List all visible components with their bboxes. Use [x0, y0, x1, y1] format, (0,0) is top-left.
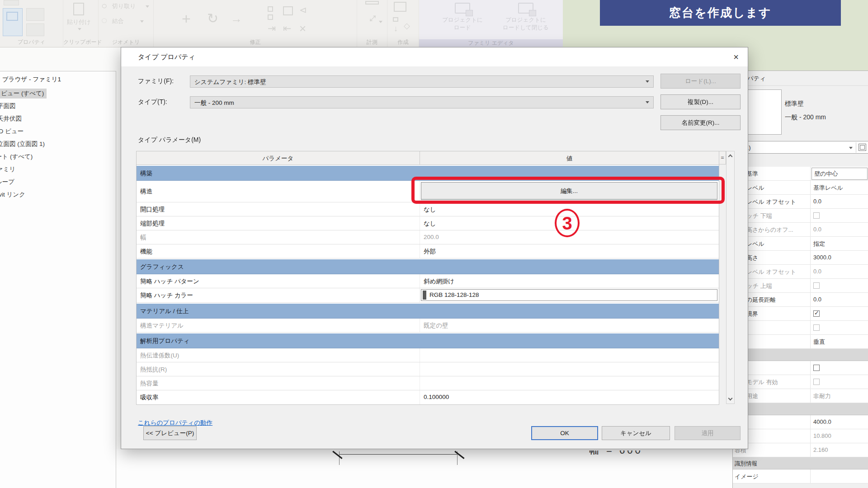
browser-item-3d-views[interactable]: 3D ビュー [0, 127, 24, 136]
section-header: 寸法 [733, 403, 868, 415]
join-label[interactable]: 結合 [112, 17, 124, 25]
cut-caret[interactable] [146, 5, 149, 8]
properties-grid-icon[interactable] [26, 8, 44, 21]
column-header-parameter: パラメータ [137, 151, 420, 164]
move-icon[interactable]: + [182, 11, 191, 26]
parameter-row: 端部処理なし [137, 216, 719, 230]
family-dropdown[interactable]: システムファミリ: 標準壁 [190, 75, 654, 88]
rename-button[interactable]: 名前変更(R)... [660, 115, 741, 130]
ok-button[interactable]: OK [531, 426, 598, 440]
type-label: タイプ(T): [138, 98, 167, 106]
properties-sheet-icon [6, 12, 18, 21]
browser-item-ceiling-plans[interactable]: 天井伏図 [0, 115, 22, 123]
pin-icon[interactable]: ⊲ [299, 5, 307, 14]
parameter-row: 熱伝達係数(U) [137, 348, 719, 362]
load-into-project-button[interactable]: プロジェクトに ロード [429, 2, 496, 37]
property-row: 上部の延長距離0.0 [733, 293, 868, 307]
table-scrollbar[interactable] [726, 151, 735, 404]
property-row: 断面垂直 [733, 335, 868, 349]
property-row: 基準高さからのオフ...0.0 [733, 223, 868, 237]
preview-button[interactable]: << プレビュー(P) [143, 426, 197, 440]
dialog-title: タイプ プロパティ [138, 53, 195, 61]
property-row: 基準レベル基準レベル [733, 181, 868, 195]
join-geometry-icon[interactable]: ◌ [101, 15, 107, 25]
property-row: 解析モデル 有効 [733, 375, 868, 389]
family-editor-tab-band: ファミリ エディタ [419, 39, 563, 47]
create-diamond-icon: ◇ [404, 22, 410, 30]
apply-button[interactable]: 適用 [675, 426, 741, 440]
browser-item-floor-plans[interactable]: 平面図 [0, 102, 16, 110]
table-header: パラメータ 値 [137, 151, 719, 165]
family-dropdown-value: システムファミリ: 標準壁 [194, 79, 266, 85]
dimension-tick-left [332, 451, 342, 459]
hatch-color-field[interactable]: RGB 128-128-128 [421, 289, 717, 301]
measure-icon[interactable]: ↔ [362, 7, 381, 26]
dimension-extension-left [339, 451, 340, 465]
checkbox-unchecked[interactable] [813, 365, 820, 371]
browser-item-views[interactable]: ビュー (すべて) [0, 89, 47, 99]
dimension-tick-right [454, 451, 464, 459]
scroll-down-icon[interactable] [728, 396, 733, 401]
checkbox-unchecked[interactable] [813, 379, 820, 385]
section-row-graphics: グラフィックス [137, 259, 719, 274]
load-and-close-icon [518, 3, 533, 14]
property-row: 容積2.160 [733, 443, 868, 457]
load-button[interactable]: ロード(L)... [660, 74, 741, 89]
divider [856, 142, 856, 153]
browser-item-revit-links[interactable]: Revit リンク [0, 191, 25, 199]
parameter-row: 吸収率0.100000 [137, 390, 719, 404]
rotate-icon[interactable]: ↻ [207, 12, 218, 25]
parameter-row: 簡略 ハッチ パターン斜め網掛け [137, 274, 719, 288]
paste-icon[interactable] [73, 3, 84, 15]
cut-label[interactable]: 切り取り [112, 2, 136, 10]
split-icon[interactable]: ⇤ [283, 23, 291, 33]
cancel-button[interactable]: キャンセル [602, 426, 670, 440]
browser-item-sheets[interactable]: シート (すべて) [0, 153, 33, 161]
close-icon[interactable]: × [728, 50, 744, 64]
duplicate-button[interactable]: 複製(D)... [660, 94, 741, 109]
dimension-label-clipped: 幅 = 600 [589, 450, 666, 455]
scroll-up-icon[interactable] [728, 155, 733, 159]
checkbox-checked[interactable] [813, 310, 820, 317]
ribbon-group-label: 修正 [154, 38, 357, 46]
property-row: 配置基準壁の中心 [733, 167, 868, 181]
section-header: 構造 [733, 349, 868, 361]
delete-icon[interactable]: × [299, 23, 306, 34]
color-swatch [423, 291, 426, 300]
browser-item-elevations[interactable]: 立面図 (立面図 1) [0, 140, 45, 148]
type-selector-dropdown[interactable]: 壁 (1) [733, 141, 868, 154]
join-caret[interactable] [140, 20, 144, 23]
properties-panel: プロパティ 標準壁 一般 - 200 mm 壁 (1) 配置基準壁の中心 基準レ… [732, 70, 868, 488]
ribbon-group-create: ◇ ↓ 作成 [387, 0, 419, 47]
align-icon[interactable]: → [231, 13, 242, 24]
ribbon-group-label: クリップボード [63, 38, 98, 46]
chevron-down-icon[interactable] [849, 147, 853, 149]
browser-item-families[interactable]: ファミリ [0, 165, 15, 174]
property-row: 上部レベル オフセット0.0 [733, 265, 868, 279]
ribbon-group-family-editor: プロジェクトに ロード プロジェクトに ロードして閉じる ファミリ エディタ [419, 0, 563, 47]
edit-type-icon[interactable] [859, 144, 866, 151]
property-row: 指定高さ3000.0 [733, 251, 868, 265]
properties-grid2-icon[interactable] [26, 23, 44, 36]
paste-label[interactable]: 貼り付け [67, 18, 91, 26]
browser-item-groups[interactable]: グループ [0, 178, 14, 186]
type-dropdown[interactable]: 一般 - 200 mm [190, 96, 654, 108]
create-group-icon[interactable] [394, 2, 406, 12]
trim-icon[interactable]: ⇥ [268, 23, 276, 33]
properties-grid: 配置基準壁の中心 基準レベル基準レベル 基準レベル オフセット0.0 アタッチ … [733, 167, 868, 483]
paste-dropdown-caret[interactable] [78, 28, 81, 30]
property-row: 長さ4000.0 [733, 415, 868, 429]
checkbox-unchecked[interactable] [813, 324, 820, 331]
dialog-titlebar[interactable]: タイプ プロパティ × [121, 47, 748, 66]
checkbox-unchecked[interactable] [813, 282, 820, 289]
load-into-project-and-close-button[interactable]: プロジェクトに ロードして閉じる [492, 2, 559, 37]
measure-caret[interactable] [379, 21, 382, 23]
array-icon[interactable] [268, 6, 273, 12]
ribbon: プロパティ 貼り付け クリップボード ○ 切り取り ◌ 結合 ジオメトリ + ↻… [0, 0, 563, 47]
checkbox-unchecked[interactable] [813, 212, 820, 219]
dimension-line: 幅 = 600 [339, 454, 458, 455]
highlight-red-box [411, 177, 725, 204]
cut-geometry-icon[interactable]: ○ [101, 1, 107, 11]
scale-icon[interactable] [283, 6, 293, 15]
browser-panel-title: ブラウザ - ファミリ1 [2, 75, 61, 84]
